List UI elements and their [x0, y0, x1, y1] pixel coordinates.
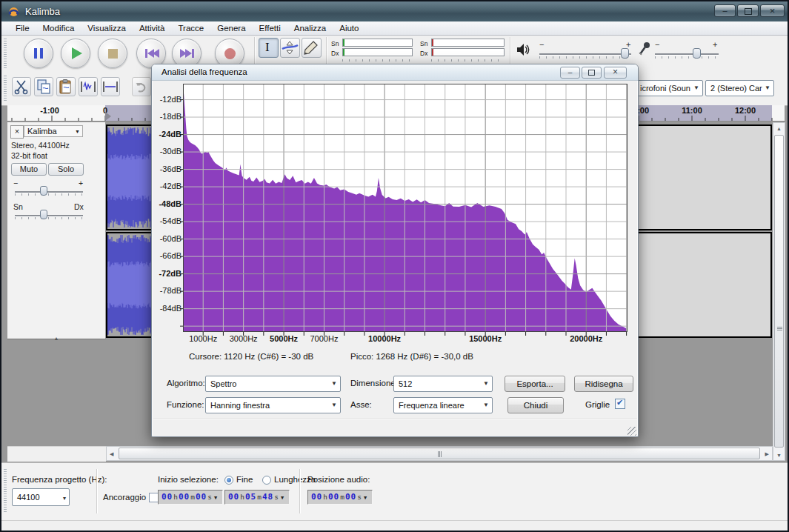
dropdown-icon: ▼ [765, 84, 770, 91]
draw-tool-button[interactable] [302, 38, 322, 58]
output-volume-slider[interactable] [539, 53, 631, 55]
audio-position-field[interactable]: 00h00m00s▼ [307, 490, 373, 505]
function-label: Funzione: [167, 400, 204, 409]
silence-audio-button[interactable] [101, 77, 120, 96]
menu-item-aiuto[interactable]: Aiuto [333, 22, 365, 34]
toolbar-grabber[interactable] [4, 76, 7, 102]
mute-button[interactable]: Muto [11, 163, 47, 176]
menu-item-modifica[interactable]: Modifica [36, 22, 81, 34]
horizontal-scrollbar-thumb[interactable] [119, 448, 760, 459]
menu-item-file[interactable]: File [9, 22, 36, 34]
dialog-maximize-button[interactable] [582, 67, 602, 79]
track-close-button[interactable]: × [10, 125, 24, 139]
dialog-minimize-button[interactable]: – [560, 67, 580, 79]
menu-item-analizza[interactable]: Analizza [287, 22, 333, 34]
undo-icon [133, 78, 150, 96]
db-tick-label: -30dB [152, 147, 182, 156]
audacity-logo-icon [7, 5, 20, 18]
axis-combo[interactable]: Frequenza lineare ▼ [393, 397, 493, 413]
algorithm-combo[interactable]: Spettro ▼ [205, 376, 341, 392]
trim-audio-button[interactable] [79, 77, 98, 96]
db-tick-label: -18dB [152, 112, 182, 121]
solo-button[interactable]: Solo [48, 163, 84, 176]
menu-bar: FileModificaVisualizzaAttivitàTracceGene… [1, 21, 788, 36]
pan-right-label: Dx [74, 202, 84, 211]
envelope-tool-button[interactable] [280, 38, 300, 58]
scroll-up-icon[interactable]: ▲ [773, 126, 785, 131]
menu-item-visualizza[interactable]: Visualizza [81, 22, 133, 34]
scroll-right-icon[interactable]: ▶ [765, 451, 769, 457]
pause-button[interactable] [24, 39, 53, 68]
output-volume-minus: − [539, 40, 544, 49]
audacity-window: Kalimba – × FileModificaVisualizzaAttivi… [0, 0, 789, 532]
resize-grip[interactable] [627, 427, 636, 436]
frequency-tick-label: 20000Hz [556, 334, 616, 343]
toolbar-grabber[interactable] [4, 469, 7, 512]
length-radio[interactable] [262, 476, 271, 485]
redraw-button[interactable]: Ridisegna [574, 376, 633, 392]
title-bar[interactable]: Kalimba – × [1, 1, 788, 21]
window-close-button[interactable]: × [760, 4, 785, 17]
output-volume-thumb[interactable] [621, 48, 629, 59]
audio-position-label: Posizione audio: [307, 475, 370, 484]
gain-slider-thumb[interactable] [40, 186, 47, 196]
dialog-title: Analisi della frequenza [162, 67, 247, 76]
selection-start-field[interactable]: 00h00m00s▼ [158, 490, 223, 505]
function-combo[interactable]: Hanning finestra ▼ [205, 397, 341, 413]
copy-button[interactable] [34, 77, 53, 96]
input-volume-thumb[interactable] [693, 48, 701, 59]
output-meter-right-label: Dx [331, 50, 339, 57]
spectrum-plot[interactable] [180, 84, 633, 340]
paste-button[interactable] [56, 77, 76, 96]
horizontal-scrollbar[interactable]: ◀ ▶ [106, 446, 773, 461]
grids-checkbox[interactable]: ✔ [615, 399, 625, 409]
selection-tool-button[interactable]: I [259, 38, 279, 58]
pan-slider[interactable] [15, 215, 83, 216]
dropdown-icon: ▼ [483, 402, 489, 408]
menu-item-effetti[interactable]: Effetti [253, 22, 287, 34]
close-dialog-button[interactable]: Chiudi [507, 397, 564, 413]
menu-item-tracce[interactable]: Tracce [171, 22, 210, 34]
input-volume-plus: + [713, 40, 717, 49]
minimize-icon: – [568, 68, 573, 76]
selection-end-field[interactable]: 00h05m48s▼ [224, 490, 290, 505]
window-minimize-button[interactable]: – [714, 4, 736, 17]
menu-item-attivita[interactable]: Attività [133, 22, 172, 34]
pencil-icon [302, 39, 321, 57]
track-collapse-button[interactable]: ▲ [9, 330, 104, 338]
selection-start-marker[interactable] [105, 112, 111, 121]
stop-button[interactable] [98, 39, 127, 68]
dialog-close-button[interactable]: × [604, 67, 627, 79]
gain-slider[interactable] [15, 191, 83, 193]
stop-icon [108, 49, 118, 59]
dialog-title-bar[interactable]: Analisi della frequenza – × [152, 64, 638, 81]
size-combo[interactable]: 512 ▼ [393, 376, 493, 392]
pause-icon [34, 48, 37, 59]
scroll-left-icon[interactable]: ◀ [110, 451, 113, 457]
selection-start-label: Inizio selezione: [158, 475, 219, 484]
dropdown-icon: ▼ [331, 402, 337, 408]
pan-slider-thumb[interactable] [40, 210, 47, 219]
end-radio[interactable] [224, 476, 233, 485]
undo-button[interactable] [132, 77, 151, 96]
paste-icon [57, 78, 75, 96]
export-button[interactable]: Esporta... [505, 376, 565, 392]
play-button[interactable] [61, 39, 90, 68]
menu-item-genera[interactable]: Genera [210, 22, 252, 34]
db-tick-label: -48dB [152, 199, 182, 208]
project-rate-combo[interactable]: 44100 ▾ [12, 488, 70, 506]
vertical-scrollbar-thumb[interactable] [774, 135, 784, 448]
track-name-menu[interactable]: Kalimba ▼ [24, 125, 83, 137]
db-tick-label: -66dB [152, 251, 182, 260]
toolbar-grabber[interactable] [4, 39, 7, 70]
cut-button[interactable] [12, 77, 31, 96]
window-maximize-button[interactable] [737, 4, 759, 17]
input-channels-combo[interactable]: 2 (Stereo) Car ▼ [705, 80, 774, 96]
selection-toolbar: Frequenza progetto (Hz): 44100 ▾ Ancorag… [1, 462, 789, 520]
input-device-combo[interactable]: icrofoni (Soun ▼ [635, 80, 703, 96]
input-volume-slider[interactable] [655, 53, 719, 55]
input-device-value: icrofoni (Soun [640, 84, 690, 93]
vertical-scrollbar[interactable]: ▲ ▼ [773, 122, 785, 461]
scroll-down-icon[interactable]: ▼ [773, 453, 785, 458]
gain-plus-label: + [79, 179, 83, 187]
